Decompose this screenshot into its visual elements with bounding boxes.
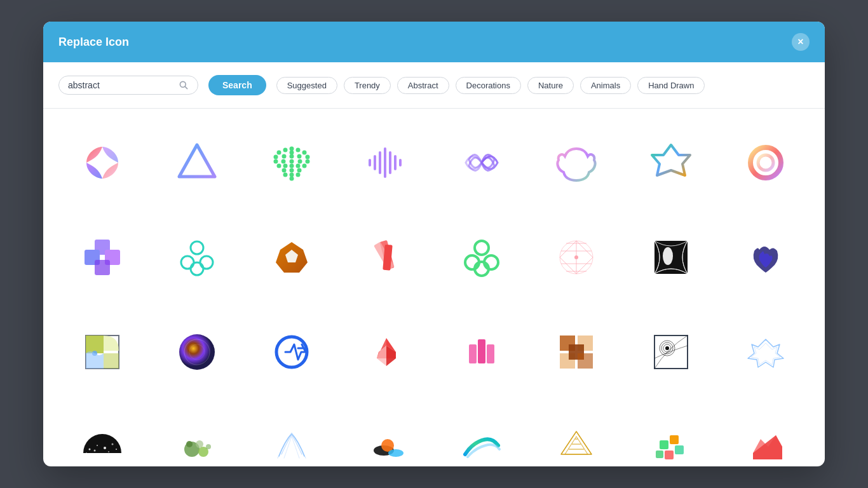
svg-rect-123 [675,445,684,454]
close-button[interactable]: × [792,33,810,51]
svg-point-20 [296,163,301,168]
icon-cell-25[interactable] [58,403,146,466]
search-icon [179,80,189,90]
tag-decorations[interactable]: Decorations [456,77,521,94]
svg-point-10 [297,154,302,158]
icon-cell-28[interactable] [343,403,430,466]
svg-point-69 [663,247,673,265]
svg-point-101 [104,447,106,449]
icon-cell-6[interactable] [532,119,620,206]
tag-suggested[interactable]: Suggested [276,77,337,94]
svg-point-104 [86,452,87,454]
svg-rect-32 [374,155,376,170]
icon-cell-11[interactable] [248,214,336,301]
icon-cell-19[interactable] [248,309,336,396]
svg-rect-31 [369,159,371,166]
svg-point-38 [750,147,781,178]
icon-cell-2[interactable] [153,119,240,206]
svg-point-21 [290,163,294,168]
svg-point-111 [206,444,211,449]
svg-point-4 [296,147,301,152]
svg-point-27 [296,172,301,177]
icon-cell-13[interactable] [438,214,525,301]
icon-cell-3[interactable] [248,119,336,206]
svg-point-18 [274,159,278,163]
svg-line-1 [185,86,187,89]
svg-rect-71 [86,336,104,353]
svg-rect-121 [670,435,679,444]
icon-cell-22[interactable] [532,309,620,396]
icon-cell-17[interactable] [58,309,146,396]
svg-rect-84 [478,339,485,363]
svg-point-105 [93,450,95,452]
svg-point-26 [282,168,287,172]
modal-header: Replace Icon × [43,22,825,62]
modal-toolbar: Search Suggested Trendy Abstract Decorat… [43,62,825,109]
icon-cell-14[interactable] [532,214,620,301]
search-wrapper [58,76,198,95]
icon-cell-9[interactable] [58,214,146,301]
svg-point-110 [186,441,193,447]
tag-hand-drawn[interactable]: Hand Drawn [637,77,705,94]
svg-point-96 [665,346,669,350]
svg-rect-83 [469,344,477,363]
svg-marker-115 [561,431,592,454]
svg-rect-33 [379,151,381,174]
replace-icon-modal: Replace Icon × Search Suggested Trendy A… [43,22,825,466]
icon-cell-18[interactable] [153,309,240,396]
icon-cell-29[interactable] [438,403,525,466]
icon-cell-24[interactable] [722,309,810,396]
svg-point-15 [298,159,302,163]
icons-grid-container [43,109,825,466]
icon-cell-4[interactable] [343,119,430,206]
icon-cell-20[interactable] [343,309,430,396]
icon-cell-21[interactable] [438,309,525,396]
svg-point-16 [290,159,294,163]
icon-cell-23[interactable] [628,309,715,396]
icons-grid [58,119,810,466]
icon-cell-31[interactable] [628,403,715,466]
svg-point-8 [277,150,281,154]
svg-rect-91 [578,353,593,369]
svg-marker-2 [179,145,215,177]
icon-cell-12[interactable] [343,214,430,301]
search-input[interactable] [68,80,173,90]
icon-cell-7[interactable] [628,119,715,206]
svg-rect-37 [399,159,402,166]
svg-point-6 [302,150,307,154]
icon-cell-16[interactable] [722,214,810,301]
svg-rect-124 [656,451,663,458]
icon-cell-15[interactable] [628,214,715,301]
icon-cell-27[interactable] [248,403,336,466]
svg-point-11 [290,154,294,158]
search-button[interactable]: Search [208,75,266,95]
tag-nature[interactable]: Nature [527,77,574,94]
svg-point-99 [88,449,90,451]
icon-cell-32[interactable] [722,403,810,466]
svg-point-53 [475,241,489,255]
tag-abstract[interactable]: Abstract [397,77,449,94]
modal-overlay: Replace Icon × Search Suggested Trendy A… [0,0,868,488]
icon-cell-26[interactable] [153,403,240,466]
svg-point-29 [283,172,288,177]
modal-title: Replace Icon [58,36,129,49]
svg-point-19 [302,163,307,168]
tag-animals[interactable]: Animals [580,77,631,94]
svg-point-3 [290,146,294,151]
svg-point-9 [306,154,310,159]
icon-cell-10[interactable] [153,214,240,301]
icon-cell-30[interactable] [532,403,620,466]
icon-cell-5[interactable] [438,119,525,206]
tag-trendy[interactable]: Trendy [344,77,391,94]
icon-cell-1[interactable] [58,119,146,206]
svg-point-109 [196,440,203,448]
svg-point-103 [116,449,117,450]
svg-point-23 [277,163,281,168]
icon-cell-8[interactable] [722,119,810,206]
svg-point-114 [388,449,403,457]
svg-point-30 [290,176,294,180]
svg-point-47 [191,262,203,275]
svg-rect-72 [104,353,119,369]
svg-point-22 [283,163,288,168]
svg-point-106 [108,451,109,452]
